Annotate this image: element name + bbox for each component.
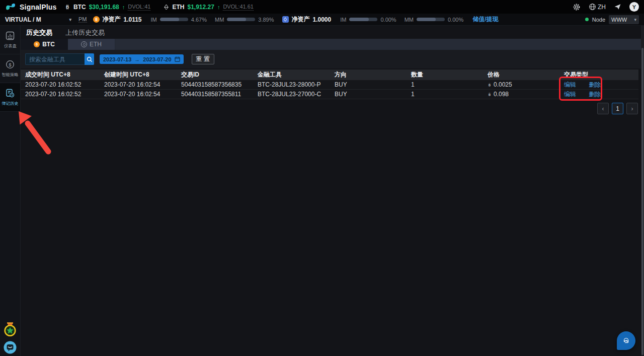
- sidebar-bottom: [0, 322, 20, 354]
- deposit-withdraw-link[interactable]: 储值/提现: [472, 15, 498, 24]
- sidebar-item-bookkeeping-history[interactable]: 簿记历史: [0, 83, 20, 112]
- dashboard-icon: [5, 31, 15, 41]
- col-price: 价格: [483, 70, 559, 79]
- eth-mm-label: MM: [405, 17, 414, 23]
- account-selector[interactable]: VIRTUAL / M ▾: [5, 16, 71, 23]
- user-avatar[interactable]: Y: [629, 2, 639, 12]
- price-value: 0.098: [494, 91, 509, 98]
- svg-text:B: B: [489, 93, 491, 96]
- direction: BUY: [330, 91, 407, 98]
- trade-time: 2023-07-20 16:02:52: [21, 81, 100, 88]
- eth-net-value: 1.0000: [313, 16, 332, 23]
- row-actions: 编辑 删除: [559, 90, 638, 99]
- subtab-eth[interactable]: ETH: [68, 39, 115, 50]
- eth-net-asset: 净资产 1.0000: [282, 15, 332, 24]
- btc-mm-pct: 3.89%: [258, 17, 274, 23]
- sidebar-item-strategy[interactable]: $ 智能策略: [0, 54, 20, 83]
- calendar-icon: [175, 56, 180, 62]
- settings-gear-icon[interactable]: [573, 3, 581, 11]
- edit-link[interactable]: 编辑: [564, 91, 576, 98]
- btc-dvol: DVOL:41: [128, 4, 150, 11]
- btc-mm-gauge: MM 3.89%: [215, 17, 274, 23]
- eth-mm-bar: [417, 18, 445, 21]
- date-start: 2023-07-13: [103, 56, 131, 62]
- btc-icon: B: [64, 4, 70, 10]
- search-button[interactable]: [85, 53, 94, 65]
- eth-im-gauge: IM 0.00%: [340, 17, 396, 23]
- brand-name: SignalPlus: [20, 3, 57, 11]
- trade-id: 504403158587355811: [177, 91, 253, 98]
- btc-price: $30,191.68: [89, 4, 119, 11]
- bookkeeping-history-icon: [5, 88, 15, 98]
- btc-coin-icon: B: [34, 41, 40, 47]
- btc-im-bar: [160, 18, 188, 21]
- language-switcher[interactable]: ZH: [589, 3, 606, 11]
- tab-upload-history-trades[interactable]: 上传历史交易: [65, 28, 105, 39]
- scrollbar-thumb[interactable]: [641, 48, 643, 355]
- svg-text:B: B: [66, 5, 69, 10]
- col-trade-type: 交易类型: [559, 70, 638, 79]
- btc-mm-bar: [227, 18, 255, 21]
- eth-icon: [164, 4, 169, 10]
- instrument: BTC-28JUL23-27000-C: [253, 91, 330, 98]
- account-bar: VIRTUAL / M ▾ PM B 净资产 1.0115 IM 4.67% M…: [0, 14, 644, 26]
- subtab-btc[interactable]: B BTC: [21, 39, 68, 50]
- trade-id: 504403158587356835: [177, 81, 253, 88]
- search-input[interactable]: [25, 53, 85, 65]
- btc-currency-icon: B: [488, 92, 492, 97]
- btc-currency-icon: B: [488, 83, 492, 87]
- sidebar-item-dashboard[interactable]: 仪表盘: [0, 26, 20, 54]
- col-quantity: 数量: [407, 70, 483, 79]
- topbar-actions: ZH Y: [573, 2, 639, 12]
- btc-up-arrow: ↑: [122, 4, 125, 10]
- vertical-scrollbar[interactable]: [641, 26, 644, 356]
- eth-up-arrow: ↑: [217, 4, 220, 10]
- row-actions: 编辑 删除: [559, 81, 638, 89]
- node-value: WWW: [611, 17, 627, 23]
- col-direction: 方向: [330, 70, 407, 79]
- instrument-search: [25, 53, 94, 65]
- eth-price: $1,912.27: [187, 4, 214, 11]
- btc-symbol: BTC: [73, 4, 86, 11]
- date-range-arrow: →: [134, 56, 140, 62]
- delete-link[interactable]: 删除: [589, 81, 601, 88]
- reset-button[interactable]: 重 置: [192, 54, 214, 64]
- svg-text:$: $: [9, 61, 12, 67]
- edit-link[interactable]: 编辑: [564, 81, 576, 88]
- eth-mm-gauge: MM 0.00%: [405, 17, 464, 23]
- intercom-chat-icon[interactable]: [4, 341, 17, 354]
- account-name: VIRTUAL / M: [5, 16, 41, 23]
- prev-page-button[interactable]: ‹: [597, 103, 609, 114]
- sidebar: 仪表盘 $ 智能策略 簿记历史: [0, 26, 21, 356]
- brand[interactable]: SignalPlus: [5, 3, 64, 11]
- delete-link[interactable]: 删除: [589, 91, 601, 98]
- sidebar-item-label: 簿记历史: [2, 100, 18, 106]
- btc-coin-icon: B: [93, 16, 100, 23]
- node-select[interactable]: WWW ▾: [609, 15, 639, 24]
- btc-im-label: IM: [151, 17, 157, 23]
- page-1-button[interactable]: 1: [612, 103, 623, 114]
- filter-bar: 2023-07-13 → 2023-07-20 重 置: [21, 50, 644, 68]
- trades-table: 成交时间 UTC+8 创建时间 UTC+8 交易ID 金融工具 方向 数量 价格…: [21, 69, 638, 99]
- sidebar-item-label: 仪表盘: [4, 43, 17, 49]
- next-page-button[interactable]: ›: [626, 103, 638, 114]
- svg-text:B: B: [95, 18, 98, 21]
- create-time: 2023-07-20 16:02:54: [100, 81, 177, 88]
- eth-dvol: DVOL:41.61: [223, 4, 254, 11]
- btc-ticker: B BTC $30,191.68 ↑ DVOL:41: [64, 4, 150, 11]
- customer-support-button[interactable]: [617, 331, 635, 350]
- eth-mm-pct: 0.00%: [448, 17, 463, 23]
- col-trade-time: 成交时间 UTC+8: [21, 70, 100, 79]
- sidebar-item-label: 智能策略: [2, 72, 18, 78]
- subtab-btc-label: BTC: [42, 41, 55, 48]
- eth-im-label: IM: [340, 17, 346, 23]
- page-tabs: 历史交易 上传历史交易: [21, 26, 644, 39]
- btc-net-label: 净资产: [103, 15, 121, 24]
- telegram-icon[interactable]: [614, 3, 621, 11]
- table-row: 2023-07-20 16:02:52 2023-07-20 16:02:54 …: [21, 80, 638, 90]
- date-range-picker[interactable]: 2023-07-13 → 2023-07-20: [100, 54, 184, 64]
- quantity: 1: [407, 91, 483, 98]
- rewards-medal-icon[interactable]: [3, 322, 17, 337]
- eth-ticker: ETH $1,912.27 ↑ DVOL:41.61: [164, 4, 253, 11]
- eth-net-label: 净资产: [292, 15, 310, 24]
